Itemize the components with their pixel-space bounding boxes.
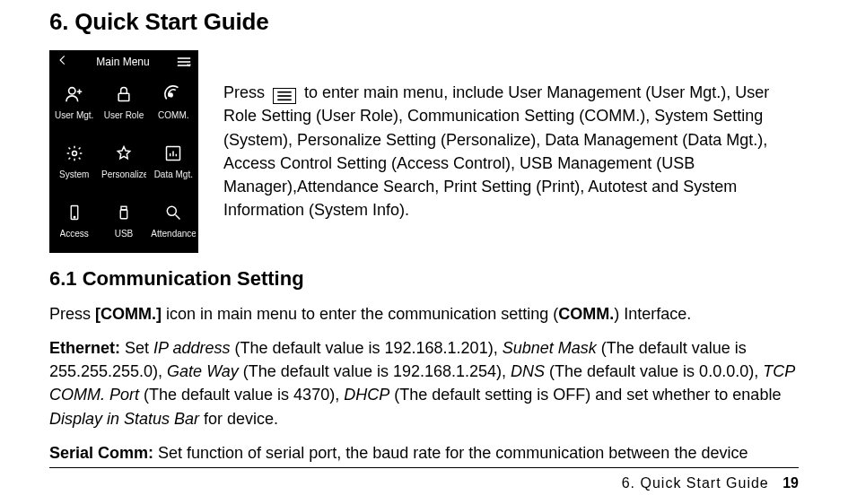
paragraph-ethernet: Ethernet: Set IP address (The default va… [49, 336, 799, 430]
menu-label: Personalize [101, 169, 146, 181]
menu-cell-personalize: Personalize [99, 133, 148, 192]
svg-rect-11 [120, 210, 127, 219]
menu-cell-system: System [49, 133, 99, 192]
menu-hamburger-icon [273, 88, 296, 104]
menu-label: User Mgt. [55, 109, 93, 122]
svg-point-3 [68, 88, 74, 94]
usb-drive-icon [114, 203, 134, 222]
section-heading: 6. Quick Start Guide [49, 5, 799, 38]
paragraph-comm-intro: Press [COMM.] icon in main menu to enter… [49, 302, 799, 326]
subsection-heading: 6.1 Communication Setting [49, 265, 799, 293]
svg-point-6 [72, 152, 76, 156]
intro-after-icon: to enter main menu, include User Managem… [223, 83, 769, 218]
menu-label: System [59, 169, 89, 181]
page-number: 19 [782, 475, 799, 491]
back-arrow-icon [57, 54, 69, 70]
paragraph-serial-comm: Serial Comm: Set function of serial port… [49, 441, 799, 465]
phone-topbar: Main Menu [49, 50, 198, 74]
footer-section-label: 6. Quick Start Guide [622, 475, 769, 491]
menu-cell-usb: USB [99, 192, 148, 251]
gear-icon [65, 143, 84, 163]
page-footer: 6. Quick Start Guide 19 [622, 474, 799, 493]
menu-label: User Role [104, 109, 144, 122]
footer-rule [49, 467, 799, 468]
intro-before-icon: Press [223, 83, 265, 101]
intro-paragraph: Press to enter main menu, include User M… [223, 50, 799, 222]
svg-rect-4 [118, 94, 129, 101]
menu-cell-data-mgt: Data Mgt. [149, 133, 198, 192]
menu-cell-attendance: Attendance [149, 192, 198, 251]
user-plus-icon [65, 84, 84, 104]
lock-icon [114, 84, 134, 104]
menu-label: Attendance [151, 228, 196, 240]
menu-cell-comm: COMM. [149, 74, 198, 133]
svg-point-12 [168, 207, 177, 216]
bar-chart-icon [163, 143, 183, 163]
menu-cell-user-role: User Role [99, 74, 148, 133]
menu-cell-user-mgt: User Mgt. [49, 74, 99, 133]
embedded-screenshot-main-menu: Main Menu User Mgt. [49, 50, 198, 253]
search-icon [163, 203, 183, 222]
satellite-icon [163, 84, 183, 104]
star-icon [114, 143, 134, 163]
phone-title: Main Menu [96, 55, 149, 70]
phone-device-icon [65, 203, 84, 222]
menu-label: COMM. [158, 109, 188, 122]
menu-label: Access [60, 228, 89, 240]
svg-point-9 [74, 217, 75, 219]
menu-list-icon [177, 56, 191, 67]
svg-point-5 [170, 93, 173, 97]
menu-label: USB [115, 228, 134, 240]
menu-label: Data Mgt. [154, 169, 193, 181]
menu-cell-access: Access [49, 192, 99, 251]
